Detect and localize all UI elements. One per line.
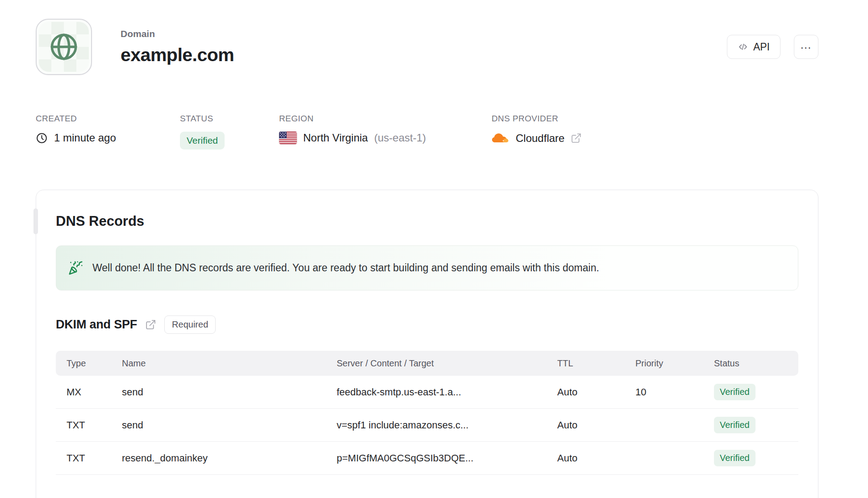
dns-table-body: MX send feedback-smtp.us-east-1.a... Aut… bbox=[56, 376, 798, 475]
domain-avatar bbox=[36, 19, 92, 75]
cell-priority: 10 bbox=[635, 386, 714, 398]
cell-content: p=MIGfMA0GCSqGSIb3DQE... bbox=[337, 452, 557, 464]
required-badge: Required bbox=[164, 315, 216, 334]
dkim-spf-title: DKIM and SPF bbox=[56, 318, 137, 332]
cell-ttl: Auto bbox=[557, 452, 635, 464]
created-label: CREATED bbox=[36, 114, 180, 124]
clock-icon bbox=[36, 132, 48, 144]
meta-dns-provider: DNS PROVIDER Cloudflare bbox=[492, 114, 582, 149]
domain-detail-page: Domain example.com API … CREATED bbox=[0, 0, 868, 498]
external-link-icon[interactable] bbox=[145, 319, 156, 330]
active-section-indicator bbox=[33, 208, 38, 234]
table-row[interactable]: TXT send v=spf1 include:amazonses.c... A… bbox=[56, 409, 798, 442]
dns-provider-value: Cloudflare bbox=[516, 132, 564, 145]
cell-ttl: Auto bbox=[557, 386, 635, 398]
region-label: REGION bbox=[279, 114, 492, 124]
cell-type: MX bbox=[56, 386, 122, 398]
region-code: (us-east-1) bbox=[374, 132, 426, 144]
more-actions-button[interactable]: … bbox=[794, 35, 818, 59]
status-badge: Verified bbox=[180, 132, 225, 149]
us-flag-icon bbox=[279, 132, 297, 144]
col-ttl: TTL bbox=[557, 358, 635, 369]
table-header-row: Type Name Server / Content / Target TTL … bbox=[56, 351, 798, 376]
cell-name: send bbox=[122, 386, 337, 398]
cell-ttl: Auto bbox=[557, 419, 635, 431]
cell-name: resend._domainkey bbox=[122, 452, 337, 464]
region-value: North Virginia bbox=[303, 132, 368, 144]
cell-name: send bbox=[122, 419, 337, 431]
verified-badge: Verified bbox=[714, 417, 755, 433]
col-type: Type bbox=[56, 358, 122, 369]
status-label: STATUS bbox=[180, 114, 279, 124]
verified-badge: Verified bbox=[714, 450, 755, 466]
api-button[interactable]: API bbox=[727, 35, 780, 59]
verified-banner: Well done! All the DNS records are verif… bbox=[56, 245, 798, 290]
cell-status: Verified bbox=[714, 384, 798, 400]
cell-content: feedback-smtp.us-east-1.a... bbox=[337, 386, 557, 398]
dns-records-table: Type Name Server / Content / Target TTL … bbox=[56, 351, 798, 475]
table-row[interactable]: TXT resend._domainkey p=MIGfMA0GCSqGSIb3… bbox=[56, 442, 798, 475]
ellipsis-icon: … bbox=[800, 38, 813, 52]
banner-message: Well done! All the DNS records are verif… bbox=[92, 262, 599, 274]
dkim-spf-section-header: DKIM and SPF Required bbox=[56, 315, 798, 334]
created-value: 1 minute ago bbox=[54, 132, 116, 144]
dns-records-title: DNS Records bbox=[56, 213, 798, 229]
party-popper-icon bbox=[68, 261, 83, 275]
col-name: Name bbox=[122, 358, 337, 369]
dns-provider-label: DNS PROVIDER bbox=[492, 114, 582, 124]
cell-content: v=spf1 include:amazonses.c... bbox=[337, 419, 557, 431]
cell-status: Verified bbox=[714, 450, 798, 466]
domain-meta: CREATED 1 minute ago STATUS Verified REG… bbox=[36, 114, 582, 149]
cell-type: TXT bbox=[56, 419, 122, 431]
col-status: Status bbox=[714, 358, 798, 369]
code-icon bbox=[738, 42, 748, 52]
page-title: example.com bbox=[121, 45, 234, 66]
col-content: Server / Content / Target bbox=[337, 358, 557, 369]
cell-type: TXT bbox=[56, 452, 122, 464]
verified-badge: Verified bbox=[714, 384, 755, 400]
meta-status: STATUS Verified bbox=[180, 114, 279, 149]
meta-created: CREATED 1 minute ago bbox=[36, 114, 180, 149]
cloudflare-icon bbox=[492, 132, 509, 145]
cell-status: Verified bbox=[714, 417, 798, 433]
external-link-icon[interactable] bbox=[571, 133, 582, 144]
dns-records-card: DNS Records Well done! All the DNS recor… bbox=[36, 190, 818, 498]
page-header: Domain example.com API … bbox=[36, 19, 818, 75]
col-priority: Priority bbox=[635, 358, 714, 369]
meta-region: REGION bbox=[279, 114, 492, 149]
table-row[interactable]: MX send feedback-smtp.us-east-1.a... Aut… bbox=[56, 376, 798, 409]
page-kicker: Domain bbox=[121, 29, 234, 39]
globe-icon bbox=[46, 29, 81, 64]
